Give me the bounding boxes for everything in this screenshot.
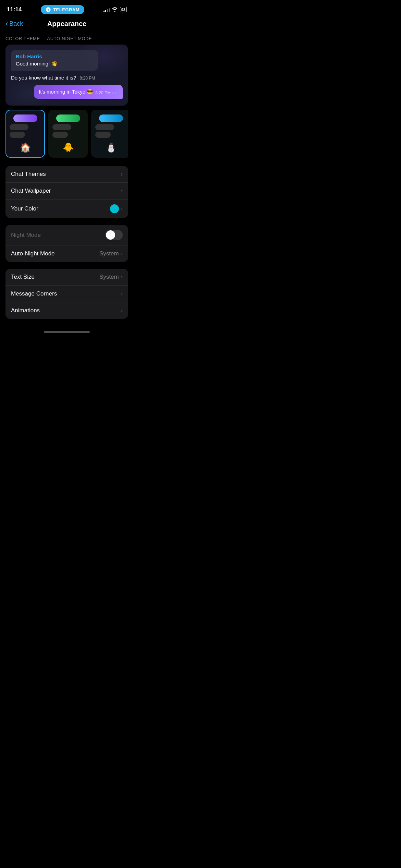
- theme-emoji-3: ⛄: [106, 142, 117, 153]
- page-title: Appearance: [47, 20, 87, 28]
- back-label: Back: [9, 20, 23, 27]
- animations-right: ›: [121, 308, 123, 314]
- theme-bubble-out-1: [13, 114, 37, 122]
- theme-emoji-2: 🐥: [63, 142, 74, 153]
- auto-night-mode-row[interactable]: Auto-Night Mode System ›: [5, 245, 128, 262]
- theme-selector: 🏠 🐥 ⛄ 💎: [0, 110, 134, 159]
- chat-messages: Bob Harris Good morning! 👋 Do you know w…: [11, 50, 123, 99]
- sent-message-text: It's morning in Tokyo 😎: [39, 88, 93, 95]
- night-mode-label: Night Mode: [11, 232, 41, 239]
- chat-themes-row[interactable]: Chat Themes ›: [5, 166, 128, 183]
- telegram-pill: TELEGRAM: [41, 5, 84, 14]
- status-bar: 11:14 TELEGRAM 93: [0, 0, 134, 17]
- received-message: Bob Harris Good morning! 👋: [11, 50, 98, 71]
- animations-row[interactable]: Animations ›: [5, 302, 128, 319]
- signal-bars: [104, 7, 110, 12]
- animations-chevron: ›: [121, 308, 123, 314]
- received-message-text: Good morning! 👋: [16, 60, 93, 67]
- theme-scroll: 🏠 🐥 ⛄ 💎: [5, 110, 128, 159]
- message-sender-name: Bob Harris: [16, 53, 93, 59]
- chat-wallpaper-chevron: ›: [121, 188, 123, 194]
- theme-bubble-in-1: [10, 124, 28, 130]
- your-color-right: ›: [110, 204, 123, 213]
- night-mode-toggle-thumb: [106, 230, 115, 240]
- theme-emoji-1: 🏠: [20, 142, 31, 153]
- chat-themes-chevron: ›: [121, 171, 123, 177]
- theme-bubble-out-3: [99, 114, 123, 122]
- auto-night-mode-right: System ›: [99, 250, 123, 257]
- chat-wallpaper-right: ›: [121, 188, 123, 194]
- home-bar: [44, 331, 90, 333]
- settings-section-3: Text Size System › Message Corners › Ani…: [5, 269, 128, 319]
- nav-header: ‹ Back Appearance: [0, 17, 134, 33]
- your-color-chevron: ›: [121, 206, 123, 212]
- message-corners-label: Message Corners: [11, 290, 57, 297]
- theme-bubble-in-2: [52, 124, 71, 130]
- chat-themes-label: Chat Themes: [11, 171, 46, 178]
- message-corners-right: ›: [121, 291, 123, 297]
- chat-preview: Bob Harris Good morning! 👋 Do you know w…: [5, 45, 128, 106]
- color-dot: [110, 204, 119, 213]
- auto-night-mode-label: Auto-Night Mode: [11, 250, 55, 257]
- theme-card-3[interactable]: ⛄: [91, 110, 128, 158]
- home-indicator: [0, 326, 134, 336]
- status-right: 93: [104, 7, 127, 13]
- sent-message-row: It's morning in Tokyo 😎 8:20 PM ✓✓: [11, 85, 123, 99]
- color-theme-section-label: COLOR THEME — AUTO-NIGHT MODE: [0, 33, 134, 45]
- back-chevron-icon: ‹: [5, 20, 8, 27]
- sent-time: 8:20 PM: [95, 91, 111, 95]
- back-button[interactable]: ‹ Back: [5, 20, 23, 27]
- text-size-chevron: ›: [121, 274, 123, 280]
- text-size-row[interactable]: Text Size System ›: [5, 269, 128, 286]
- theme-bubble-in2-2: [52, 132, 68, 138]
- wifi-icon: [112, 7, 118, 13]
- chat-themes-right: ›: [121, 171, 123, 177]
- theme-card-2[interactable]: 🐥: [48, 110, 88, 158]
- animations-label: Animations: [11, 307, 40, 314]
- status-time: 11:14: [7, 6, 22, 13]
- chat-wallpaper-row[interactable]: Chat Wallpaper ›: [5, 183, 128, 200]
- night-mode-toggle[interactable]: [105, 230, 123, 240]
- night-mode-row[interactable]: Night Mode: [5, 225, 128, 245]
- your-color-label: Your Color: [11, 205, 38, 212]
- theme-bubble-out-2: [56, 114, 80, 122]
- chat-wallpaper-label: Chat Wallpaper: [11, 188, 51, 194]
- received-message-2: Do you know what time it is? 8:20 PM: [11, 74, 123, 81]
- read-receipts-icon: ✓✓: [112, 91, 118, 95]
- night-mode-right: [105, 230, 123, 240]
- auto-night-mode-chevron: ›: [121, 251, 123, 257]
- message-corners-chevron: ›: [121, 291, 123, 297]
- settings-section-1: Chat Themes › Chat Wallpaper › Your Colo…: [5, 166, 128, 218]
- sent-message: It's morning in Tokyo 😎 8:20 PM ✓✓: [34, 85, 123, 99]
- battery-icon: 93: [120, 7, 127, 12]
- telegram-icon: [46, 7, 51, 12]
- received-time: 8:20 PM: [80, 76, 95, 81]
- theme-bubble-in2-1: [10, 132, 25, 138]
- sent-message-meta: 8:20 PM ✓✓: [95, 91, 118, 95]
- your-color-row[interactable]: Your Color ›: [5, 200, 128, 218]
- telegram-app-label: TELEGRAM: [53, 7, 80, 12]
- text-size-label: Text Size: [11, 274, 35, 280]
- auto-night-mode-value: System: [99, 250, 119, 257]
- theme-bubble-in-3: [95, 124, 114, 130]
- message-corners-row[interactable]: Message Corners ›: [5, 286, 128, 302]
- settings-section-2: Night Mode Auto-Night Mode System ›: [5, 225, 128, 262]
- theme-bubble-in2-3: [95, 132, 111, 138]
- status-center: TELEGRAM: [41, 5, 84, 14]
- received-question-text: Do you know what time it is?: [11, 75, 76, 81]
- theme-card-1[interactable]: 🏠: [5, 110, 45, 158]
- text-size-right: System ›: [99, 274, 123, 280]
- text-size-value: System: [99, 274, 119, 280]
